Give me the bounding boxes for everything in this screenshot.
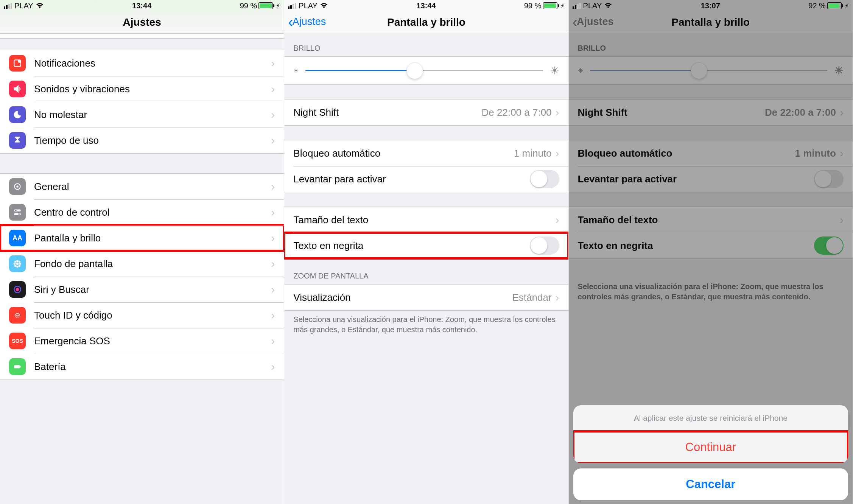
- sounds-icon: [9, 81, 26, 97]
- chevron-right-icon: ›: [556, 291, 559, 304]
- svg-point-11: [14, 263, 16, 264]
- svg-point-3: [16, 185, 18, 187]
- section-footer: Selecciona una visualización para el iPh…: [284, 311, 568, 339]
- row-auto-lock[interactable]: Bloqueo automático 1 minuto ›: [284, 140, 568, 166]
- page-title: Pantalla y brillo: [387, 16, 465, 28]
- carrier-label: PLAY: [14, 2, 33, 10]
- row-value: De 22:00 a 7:00: [482, 107, 552, 118]
- status-time: 13:44: [132, 2, 151, 10]
- sos-icon: SOS: [9, 333, 26, 349]
- charge-icon: ⚡︎: [276, 2, 280, 9]
- gear-icon: [9, 178, 26, 195]
- row-label: Pantalla y brillo: [34, 232, 271, 244]
- row-label: Tiempo de uso: [34, 135, 271, 146]
- svg-point-7: [18, 213, 20, 215]
- svg-point-6: [15, 210, 17, 211]
- row-label: Night Shift: [293, 107, 481, 118]
- svg-point-13: [14, 261, 16, 263]
- cancel-button[interactable]: Cancelar: [573, 468, 848, 500]
- sheet-message: Al aplicar este ajuste se reiniciará el …: [573, 405, 848, 431]
- brightness-slider[interactable]: [305, 70, 543, 71]
- display-brightness-panel-sheet: PLAY 13:07 92 % ⚡︎ ‹Ajustes Pantalla y b…: [569, 0, 853, 504]
- svg-point-18: [16, 288, 19, 291]
- row-label: Levantar para activar: [293, 173, 529, 185]
- chevron-right-icon: ›: [556, 106, 559, 119]
- chevron-right-icon: ›: [271, 257, 275, 270]
- status-bar: PLAY 13:07 92 % ⚡︎: [569, 0, 853, 11]
- chevron-right-icon: ›: [271, 57, 275, 70]
- row-screentime[interactable]: Tiempo de uso ›: [0, 128, 284, 153]
- charge-icon: ⚡︎: [845, 2, 849, 9]
- hourglass-icon: [9, 132, 26, 149]
- row-battery[interactable]: Batería ›: [0, 354, 284, 380]
- status-time: 13:44: [416, 2, 436, 10]
- status-bar: PLAY 13:44 99 % ⚡︎: [0, 0, 284, 11]
- sun-large-icon: ☀︎: [550, 64, 559, 77]
- row-label: General: [34, 181, 271, 193]
- row-label: Notificaciones: [34, 58, 271, 69]
- chevron-right-icon: ›: [271, 180, 275, 193]
- row-value: Estándar: [512, 292, 552, 303]
- wifi-icon: [36, 3, 44, 9]
- raise-toggle[interactable]: [530, 170, 559, 188]
- row-wallpaper[interactable]: Fondo de pantalla ›: [0, 251, 284, 277]
- row-view[interactable]: Visualización Estándar ›: [284, 285, 568, 310]
- battery-pct: 99 %: [524, 2, 542, 10]
- svg-point-8: [16, 263, 19, 265]
- display-brightness-panel: PLAY 13:44 99 % ⚡︎ ‹Ajustes Pantalla y b…: [284, 0, 568, 504]
- row-label: Centro de control: [34, 207, 271, 218]
- wifi-icon: [604, 3, 612, 9]
- signal-icon: [4, 3, 12, 9]
- continue-button[interactable]: Continuar: [573, 431, 848, 463]
- row-sounds[interactable]: Sonidos y vibraciones ›: [0, 76, 284, 102]
- row-label: Batería: [34, 361, 271, 373]
- row-general[interactable]: General ›: [0, 174, 284, 199]
- section-header-zoom: ZOOM DE PANTALLA: [284, 259, 568, 284]
- row-dnd[interactable]: No molestar ›: [0, 102, 284, 128]
- status-time: 13:07: [701, 2, 720, 10]
- wifi-icon: [320, 3, 328, 9]
- carrier-label: PLAY: [583, 2, 602, 10]
- row-label: No molestar: [34, 109, 271, 121]
- battery-icon: [9, 358, 26, 375]
- row-touchid[interactable]: Touch ID y código ›: [0, 302, 284, 328]
- row-label: Bloqueo automático: [293, 148, 514, 159]
- svg-point-16: [19, 265, 20, 267]
- row-siri[interactable]: Siri y Buscar ›: [0, 277, 284, 302]
- brightness-slider-row: ☀︎ ☀︎: [284, 57, 568, 84]
- svg-point-14: [19, 261, 20, 263]
- chevron-right-icon: ›: [271, 360, 275, 373]
- status-bar: PLAY 13:44 99 % ⚡︎: [284, 0, 568, 11]
- row-night-shift[interactable]: Night Shift De 22:00 a 7:00 ›: [284, 100, 568, 125]
- chevron-right-icon: ›: [271, 206, 275, 219]
- bold-toggle[interactable]: [530, 236, 559, 255]
- fingerprint-icon: [9, 307, 26, 324]
- svg-point-12: [19, 263, 21, 264]
- text-size-icon: AA: [9, 230, 26, 246]
- row-control-center[interactable]: Centro de control ›: [0, 199, 284, 225]
- action-sheet: Al aplicar este ajuste se reiniciará el …: [573, 405, 848, 500]
- switches-icon: [9, 204, 26, 221]
- chevron-right-icon: ›: [271, 134, 275, 147]
- row-display-brightness[interactable]: AA Pantalla y brillo ›: [0, 225, 284, 251]
- row-value: 1 minuto: [514, 148, 552, 159]
- battery-pct: 92 %: [808, 2, 826, 10]
- sun-small-icon: ☀︎: [293, 67, 299, 74]
- row-text-size[interactable]: Tamaño del texto ›: [284, 207, 568, 233]
- row-label: Texto en negrita: [293, 240, 529, 252]
- row-raise-to-wake[interactable]: Levantar para activar: [284, 166, 568, 192]
- svg-point-10: [16, 266, 18, 268]
- chevron-right-icon: ›: [556, 213, 559, 226]
- row-label: Emergencia SOS: [34, 335, 271, 347]
- moon-icon: [9, 106, 26, 123]
- chevron-right-icon: ›: [271, 82, 275, 95]
- row-label: Sonidos y vibraciones: [34, 83, 271, 95]
- slider-thumb[interactable]: [406, 62, 423, 79]
- back-button[interactable]: ‹Ajustes: [288, 16, 326, 28]
- row-bold-text[interactable]: Texto en negrita: [284, 233, 568, 258]
- battery-icon: [543, 2, 559, 9]
- chevron-right-icon: ›: [271, 108, 275, 121]
- row-notifications[interactable]: Notificaciones ›: [0, 50, 284, 76]
- row-sos[interactable]: SOS Emergencia SOS ›: [0, 328, 284, 354]
- carrier-label: PLAY: [299, 2, 318, 10]
